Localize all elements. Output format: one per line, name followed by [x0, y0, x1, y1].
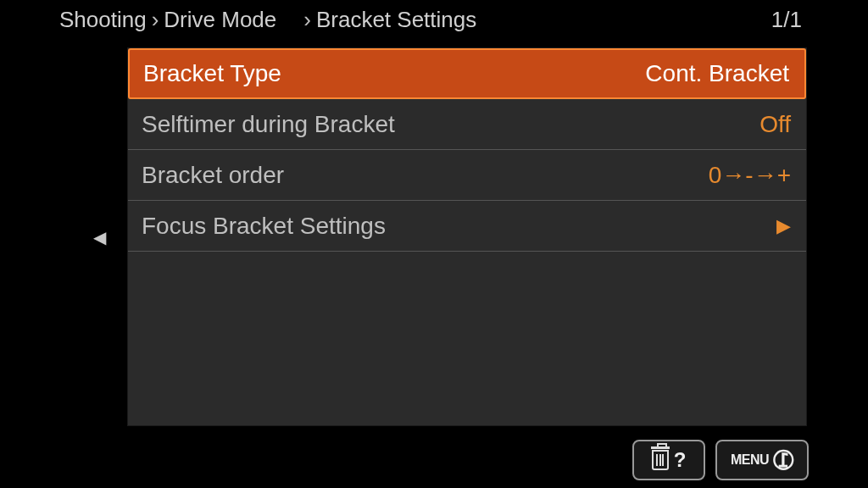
- menu-item-selftimer[interactable]: Selftimer during Bracket Off: [128, 99, 806, 150]
- menu-item-value: Off: [760, 111, 791, 138]
- back-arrow-icon: ➀: [774, 446, 793, 474]
- menu-item-label: Focus Bracket Settings: [142, 213, 386, 240]
- breadcrumb-item-3: Bracket Settings: [316, 7, 476, 33]
- footer-buttons: ? MENU ➀: [632, 440, 809, 480]
- breadcrumb-item-1: Shooting: [59, 7, 147, 33]
- nav-left-icon[interactable]: ◀: [93, 227, 106, 247]
- chevron-right-icon: ›: [152, 7, 159, 33]
- menu-item-value: Cont. Bracket: [645, 60, 789, 87]
- menu-item-bracket-order[interactable]: Bracket order 0→-→+: [128, 150, 806, 201]
- breadcrumb: Shooting › Drive Mode › Bracket Settings…: [0, 0, 868, 40]
- page-indicator: 1/1: [771, 7, 802, 33]
- trash-icon: [652, 450, 669, 470]
- chevron-right-icon: ▶: [776, 215, 791, 237]
- menu-item-label: Bracket Type: [143, 60, 281, 87]
- menu-item-value: 0→-→+: [709, 162, 791, 189]
- breadcrumb-item-2: Drive Mode: [164, 7, 276, 33]
- menu-back-button[interactable]: MENU ➀: [715, 440, 809, 480]
- question-icon: ?: [674, 448, 687, 472]
- menu-item-bracket-type[interactable]: Bracket Type Cont. Bracket: [128, 48, 806, 99]
- help-button[interactable]: ?: [632, 440, 705, 480]
- menu-list: Bracket Type Cont. Bracket Selftimer dur…: [127, 47, 807, 426]
- menu-item-label: Bracket order: [142, 162, 284, 189]
- menu-item-label: Selftimer during Bracket: [142, 111, 395, 138]
- chevron-right-icon: ›: [303, 7, 311, 33]
- menu-label: MENU: [731, 452, 769, 468]
- menu-item-focus-bracket-settings[interactable]: Focus Bracket Settings ▶: [128, 201, 806, 252]
